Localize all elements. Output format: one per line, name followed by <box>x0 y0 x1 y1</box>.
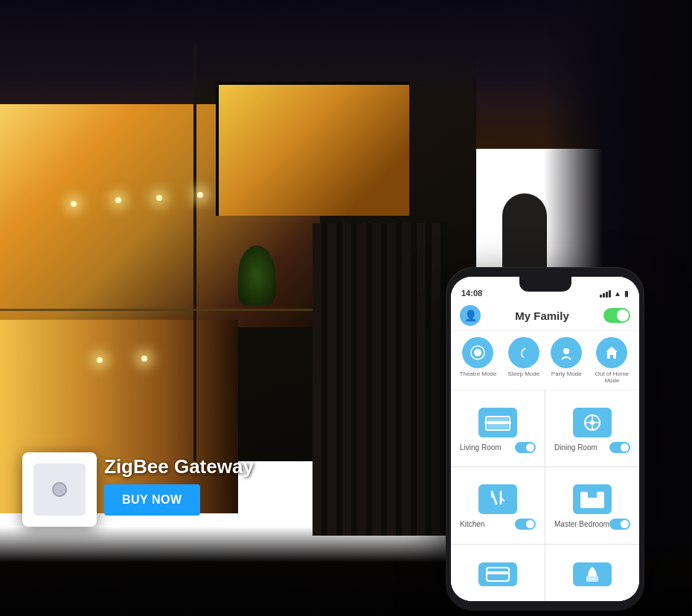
product-label: ZigBee Gateway <box>104 455 254 478</box>
kitchen-name: Kitchen <box>460 520 484 528</box>
svg-rect-16 <box>597 492 604 499</box>
svg-point-9 <box>590 420 595 425</box>
room-living-room[interactable]: Living Room <box>451 391 545 466</box>
bathroom-icon <box>573 562 612 586</box>
party-icon <box>551 337 582 368</box>
scene-row: Theatre Mode Sleep Mode Party Mode <box>451 331 639 391</box>
house-wall-edge <box>193 45 196 461</box>
theatre-icon <box>462 337 493 368</box>
device-face <box>33 463 86 516</box>
svg-rect-5 <box>484 421 511 424</box>
plant <box>238 246 275 305</box>
out-of-home-label: Out of Home Mode <box>593 370 630 384</box>
svg-rect-19 <box>586 576 598 582</box>
kitchen-bottom: Kitchen <box>457 519 539 530</box>
dining-room-toggle[interactable] <box>609 442 630 453</box>
room-dining-room[interactable]: Dining Room <box>545 391 639 466</box>
ceiling-light-1 <box>71 201 77 207</box>
scene-out-of-home[interactable]: Out of Home Mode <box>593 337 630 384</box>
party-label: Party Mode <box>551 370 582 377</box>
living-room-toggle[interactable] <box>515 442 536 453</box>
ceiling-light-7 <box>141 356 147 362</box>
room-grid: Living Room Dining Room <box>451 391 639 601</box>
svg-rect-18 <box>487 571 509 574</box>
toggle-knob <box>617 309 629 321</box>
room-card[interactable] <box>451 545 545 601</box>
kitchen-icon <box>478 484 517 514</box>
ceiling-light-2 <box>115 197 121 203</box>
main-toggle[interactable] <box>603 308 630 323</box>
living-room-bottom: Living Room <box>457 442 539 453</box>
dining-room-icon <box>573 408 612 437</box>
scene-sleep[interactable]: Sleep Mode <box>507 337 539 384</box>
ceiling-light-6 <box>97 357 103 363</box>
status-icons: ▲ ▮ <box>600 289 629 298</box>
phone-notch <box>519 277 571 292</box>
living-room-icon <box>478 408 517 437</box>
scene-theatre[interactable]: Theatre Mode <box>460 337 497 384</box>
svg-line-10 <box>492 492 496 504</box>
vertical-slats <box>313 223 446 536</box>
room-kitchen[interactable]: Kitchen <box>451 467 545 543</box>
scene-party[interactable]: Party Mode <box>551 337 582 384</box>
card-icon <box>478 562 517 586</box>
master-bedroom-name: Master Bedroom <box>554 520 609 528</box>
buy-now-button[interactable]: BUY NOW <box>104 484 200 516</box>
dining-room-bottom: Dining Room <box>551 442 633 453</box>
living-room-name: Living Room <box>460 443 502 452</box>
kitchen-toggle[interactable] <box>515 519 536 530</box>
sleep-icon <box>508 337 539 368</box>
app-title: My Family <box>515 309 569 322</box>
room-bathroom[interactable] <box>545 545 639 601</box>
status-time: 14:08 <box>461 289 482 298</box>
master-bedroom-bottom: Master Bedroom <box>551 519 633 530</box>
svg-point-1 <box>474 349 481 356</box>
room-master-bedroom[interactable]: Master Bedroom <box>545 467 639 543</box>
product-device <box>22 452 97 527</box>
dining-room-name: Dining Room <box>554 443 598 452</box>
master-bedroom-toggle[interactable] <box>609 519 630 530</box>
app-header: 👤 My Family <box>451 301 639 331</box>
home-icon-button[interactable]: 👤 <box>460 305 481 326</box>
master-bedroom-icon <box>573 484 612 514</box>
balcony-railing <box>0 309 313 311</box>
svg-rect-15 <box>580 492 588 499</box>
device-button <box>52 482 67 497</box>
battery-icon: ▮ <box>624 289 629 298</box>
window-frame-left <box>216 82 219 216</box>
svg-rect-14 <box>580 498 604 508</box>
ceiling-light-3 <box>156 195 162 201</box>
home-icon: 👤 <box>464 309 477 321</box>
upper-window <box>216 82 409 216</box>
ceiling-light-4 <box>197 192 203 198</box>
signal-icon <box>600 290 611 298</box>
window-frame-top <box>216 82 409 85</box>
out-of-home-icon <box>596 337 627 368</box>
phone-mockup: 14:08 ▲ ▮ 👤 My Family <box>446 268 644 610</box>
wifi-icon: ▲ <box>614 289 621 298</box>
theatre-label: Theatre Mode <box>460 370 497 377</box>
sleep-label: Sleep Mode <box>507 370 539 377</box>
phone-screen: 14:08 ▲ ▮ 👤 My Family <box>451 277 639 601</box>
svg-point-2 <box>563 348 569 354</box>
